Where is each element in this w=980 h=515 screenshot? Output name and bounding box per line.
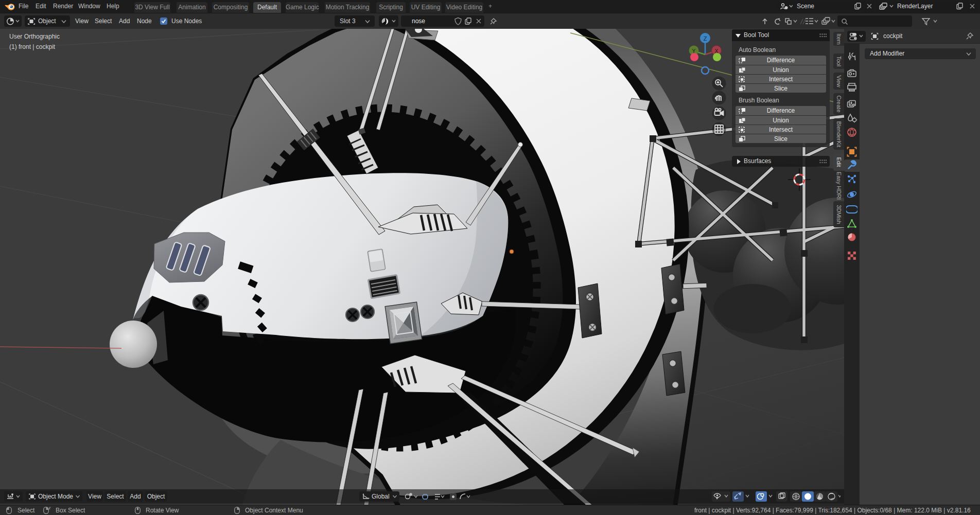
svg-text:Z: Z [704, 35, 707, 42]
svg-text:Y: Y [692, 48, 695, 54]
svg-text:X: X [714, 48, 718, 54]
